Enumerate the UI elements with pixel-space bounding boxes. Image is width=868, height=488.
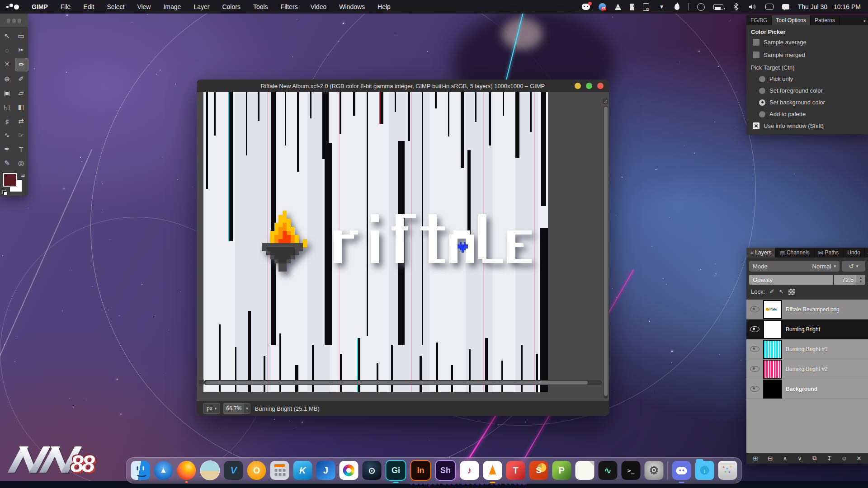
menu-item-video[interactable]: Video bbox=[304, 0, 333, 14]
dock-item-s-chart-app[interactable]: S bbox=[529, 461, 548, 480]
layer-mode-dropdown[interactable]: Mode Normal▾ bbox=[749, 261, 840, 272]
vertical-scrollbar[interactable] bbox=[604, 106, 608, 399]
smudge-tool[interactable]: ☞ bbox=[15, 129, 28, 141]
tab-fg-bg[interactable]: FG/BG bbox=[746, 15, 772, 25]
dock-item-trash[interactable] bbox=[718, 461, 737, 480]
zoom-tool[interactable]: ◎ bbox=[15, 157, 28, 169]
lock-alpha-icon[interactable] bbox=[788, 289, 795, 295]
opacity-slider[interactable]: Opacity 72.5 ▴▾ bbox=[749, 275, 865, 285]
visibility-eye-icon[interactable] bbox=[750, 326, 760, 332]
dock-item-terminal[interactable]: >_ bbox=[622, 461, 641, 480]
canvas-navigation-button[interactable]: ◿ bbox=[603, 99, 608, 104]
scissors-select-tool[interactable]: ✂ bbox=[15, 44, 28, 56]
new-group-button[interactable]: ⊟ bbox=[766, 455, 775, 462]
dock-item-steam[interactable]: ⊙ bbox=[363, 461, 382, 480]
opacity-spinner[interactable]: ▴▾ bbox=[856, 275, 865, 285]
paths-tool[interactable]: ∿ bbox=[1, 129, 14, 141]
visibility-eye-icon[interactable] bbox=[750, 386, 760, 392]
layer-thumbnail[interactable]: riftale bbox=[763, 300, 782, 319]
archive-utility-icon[interactable] bbox=[630, 4, 634, 10]
maximize-button[interactable] bbox=[586, 83, 592, 89]
free-select-tool[interactable]: ◌ bbox=[1, 44, 14, 56]
quick-mask-toggle[interactable] bbox=[198, 379, 204, 385]
swap-colors-icon[interactable]: ⇄ bbox=[21, 173, 25, 178]
ink-drop-icon[interactable] bbox=[675, 4, 679, 10]
clipboard-settings-icon[interactable] bbox=[643, 3, 649, 11]
eraser-tool[interactable]: ▱ bbox=[15, 87, 28, 99]
menu-item-view[interactable]: View bbox=[131, 0, 157, 14]
tab-tool-options[interactable]: Tool Options bbox=[772, 15, 811, 25]
zoom-level-dropdown[interactable]: 66.7%▾ bbox=[223, 403, 250, 414]
tab-layers[interactable]: ≡Layers bbox=[746, 248, 776, 258]
dock-item-launcher-rocket[interactable]: ▲ bbox=[154, 461, 173, 480]
dock-item-notes[interactable] bbox=[576, 461, 594, 480]
chevron-down-icon[interactable]: ▼ bbox=[658, 3, 666, 11]
layer-thumbnail[interactable] bbox=[763, 320, 782, 339]
bucket-fill-tool[interactable]: ◱ bbox=[1, 101, 14, 113]
visibility-eye-icon[interactable] bbox=[750, 306, 760, 312]
text-tool[interactable]: T bbox=[15, 143, 28, 155]
layer-row[interactable]: riftaleRiftale Revamped.png bbox=[746, 300, 868, 319]
dock-item-finder[interactable] bbox=[131, 461, 150, 480]
rectangle-select-tool[interactable]: ▭ bbox=[15, 30, 28, 42]
mode-reset-button[interactable]: ↺▾ bbox=[842, 261, 865, 272]
dock-item-outlook[interactable]: O bbox=[247, 461, 266, 480]
dock-item-vscode[interactable]: V bbox=[224, 461, 243, 480]
cone-icon[interactable] bbox=[615, 4, 621, 10]
image-canvas[interactable] bbox=[203, 92, 548, 392]
gimp-wilber-menu-icon[interactable] bbox=[6, 5, 20, 9]
close-button[interactable] bbox=[597, 83, 604, 89]
volume-icon[interactable] bbox=[749, 3, 757, 11]
control-center-icon[interactable] bbox=[765, 4, 774, 10]
dock-item-calculator[interactable] bbox=[270, 461, 289, 480]
color-picker-tool[interactable]: ✏ bbox=[15, 58, 28, 71]
checkbox[interactable] bbox=[753, 39, 760, 46]
menu-item-help[interactable]: Help bbox=[371, 0, 397, 14]
menu-date[interactable]: Thu Jul 30 bbox=[798, 3, 827, 10]
tab-paths[interactable]: ⋈Paths bbox=[814, 248, 844, 258]
add-mask-button[interactable]: ☺ bbox=[840, 455, 849, 462]
clone-tool[interactable]: ▣ bbox=[1, 87, 14, 99]
radio-button[interactable] bbox=[759, 111, 765, 117]
pencil-tool[interactable]: ✎ bbox=[1, 157, 14, 169]
delete-layer-button[interactable]: ✕ bbox=[854, 455, 863, 462]
battery-icon[interactable] bbox=[713, 4, 723, 10]
menu-item-image[interactable]: Image bbox=[157, 0, 187, 14]
gradient-tool[interactable]: ◧ bbox=[15, 101, 28, 113]
calendar-badge-icon[interactable]: 47 bbox=[599, 3, 606, 11]
dock-item-beach-photo-app[interactable] bbox=[200, 460, 220, 480]
discord-status-icon[interactable] bbox=[582, 4, 590, 10]
dock-item-vlc[interactable] bbox=[483, 461, 502, 480]
circle-outline-icon[interactable] bbox=[697, 3, 705, 11]
dock-item-sh-app[interactable]: Sh bbox=[435, 460, 456, 481]
layer-row[interactable]: Burning Bright bbox=[746, 319, 868, 339]
dock-item-activity-monitor[interactable]: ∿ bbox=[599, 461, 618, 480]
visibility-eye-icon[interactable] bbox=[750, 346, 760, 352]
units-dropdown[interactable]: px▾ bbox=[203, 403, 220, 414]
tab-patterns[interactable]: Patterns bbox=[811, 15, 840, 25]
crop-tool[interactable]: ♯ bbox=[1, 115, 14, 127]
dock-item-apple-music[interactable]: ♪ bbox=[460, 461, 479, 480]
lock-position-icon[interactable]: ↖ bbox=[779, 288, 784, 295]
horizontal-scrollbar[interactable] bbox=[204, 380, 602, 385]
dock-collapse-icon[interactable]: ◂ bbox=[860, 15, 868, 25]
ink-tool[interactable]: ✒ bbox=[1, 143, 14, 155]
layer-row[interactable]: Burning Bright #1 bbox=[746, 339, 868, 359]
lock-pixels-icon[interactable]: ✐ bbox=[769, 288, 774, 295]
merge-down-button[interactable]: ↧ bbox=[825, 455, 834, 462]
dock-item-t-red-app[interactable]: T bbox=[506, 461, 525, 480]
menu-item-filters[interactable]: Filters bbox=[274, 0, 304, 14]
tab-undo[interactable]: Undo bbox=[843, 248, 865, 258]
dock-item-j-app[interactable]: J bbox=[316, 461, 335, 480]
raise-layer-button[interactable]: ∧ bbox=[780, 455, 789, 462]
dock-item-downloads-folder[interactable] bbox=[695, 461, 714, 480]
tab-channels[interactable]: ▤Channels bbox=[776, 248, 814, 258]
dock-item-k-app[interactable]: K bbox=[293, 461, 312, 480]
dock-item-discord[interactable] bbox=[672, 461, 691, 480]
layer-thumbnail[interactable] bbox=[763, 380, 782, 399]
dock-collapse-icon[interactable]: ◂ bbox=[865, 248, 868, 258]
dock-item-gimp[interactable]: Gi bbox=[386, 460, 406, 481]
checkbox[interactable] bbox=[753, 122, 760, 129]
lower-layer-button[interactable]: ∨ bbox=[795, 455, 804, 462]
bluetooth-icon[interactable] bbox=[732, 3, 740, 11]
